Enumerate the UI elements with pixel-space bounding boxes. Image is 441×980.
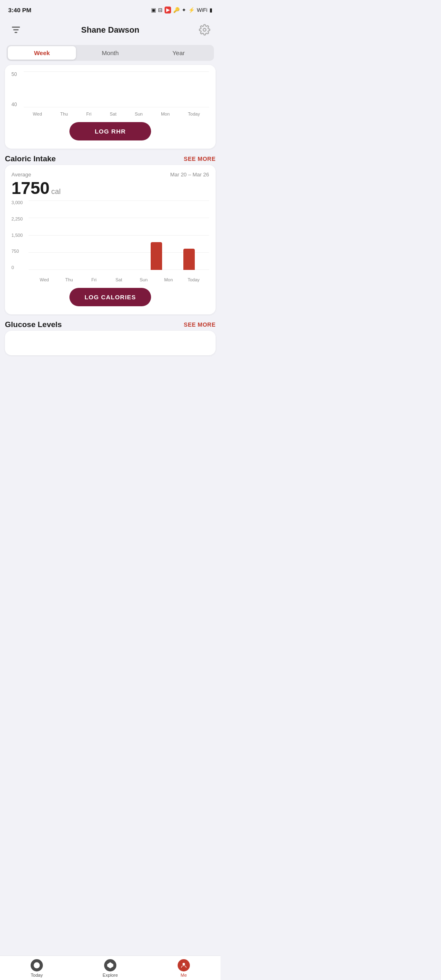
caloric-card: Average 1750 cal Mar 20 – Mar 26 3,000 2…: [5, 165, 216, 314]
battery-icon: ▮: [209, 7, 212, 13]
rhr-grid: [24, 71, 209, 107]
log-calories-button[interactable]: LOG CALORIES: [69, 288, 151, 306]
rhr-y-label-50: 50: [11, 71, 17, 77]
rhr-chart-inner: Wed Thu Fri Sat Sun Mon Today: [24, 71, 209, 116]
key-icon: 🔑: [173, 7, 180, 13]
segment-year[interactable]: Year: [145, 46, 213, 60]
rhr-y-label-40: 40: [11, 102, 17, 107]
caloric-chart-inner: Wed Thu Fri Sat Sun Mon Today: [29, 200, 209, 282]
caloric-section-title: Caloric Intake: [5, 154, 56, 163]
status-icons: ▣ ⊟ ▶ 🔑 ✦ ⚡ WiFi ▮: [151, 7, 212, 13]
rhr-x-today: Today: [188, 111, 200, 116]
rhr-chart: 50 40 Wed Thu Fri Sat Sun Mon Today: [11, 71, 209, 116]
bar-mon: [151, 242, 162, 270]
bar-x-mon: Mon: [163, 277, 174, 282]
glucose-card: [5, 331, 216, 355]
rhr-grid-line-2: [24, 107, 209, 107]
rhr-x-wed: Wed: [33, 111, 42, 116]
status-time: 3:40 PM: [8, 7, 31, 13]
caloric-avg-value: 1750: [11, 178, 49, 198]
caloric-date-range: Mar 20 – Mar 26: [170, 172, 209, 178]
rhr-grid-line-1: [24, 71, 209, 72]
caloric-avg-unit: cal: [51, 187, 60, 196]
caloric-avg-section: Average 1750 cal: [11, 172, 60, 199]
caloric-y-0: 0: [11, 265, 23, 270]
signal-icon: ⚡: [188, 7, 195, 13]
svg-point-3: [203, 29, 206, 31]
glucose-section: Glucose Levels SEE MORE: [0, 320, 220, 355]
bar-x-sat: Sat: [113, 277, 125, 282]
rhr-x-axis: Wed Thu Fri Sat Sun Mon Today: [24, 111, 209, 116]
caloric-y-2250: 2,250: [11, 217, 23, 221]
bars-area: [29, 200, 209, 270]
glucose-section-title: Glucose Levels: [5, 320, 62, 329]
bar-x-thu: Thu: [63, 277, 75, 282]
rhr-x-sun: Sun: [135, 111, 143, 116]
segment-month[interactable]: Month: [76, 46, 144, 60]
caloric-y-3000: 3,000: [11, 200, 23, 205]
period-segment-control: Week Month Year: [7, 45, 214, 61]
log-rhr-button[interactable]: LOG RHR: [69, 122, 151, 140]
bar-x-wed: Wed: [38, 277, 50, 282]
video-icon: ▣: [151, 7, 156, 13]
bar-x-sun: Sun: [138, 277, 149, 282]
bar-col-today: [183, 200, 195, 270]
header: Shane Dawson: [0, 18, 220, 43]
bar-col-mon: [151, 200, 162, 270]
caloric-y-1500: 1,500: [11, 233, 23, 238]
rhr-y-axis: 50 40: [11, 71, 17, 116]
rhr-x-mon: Mon: [161, 111, 169, 116]
rhr-x-sat: Sat: [110, 111, 117, 116]
bluetooth-icon: ✦: [182, 7, 186, 13]
rhr-card: 50 40 Wed Thu Fri Sat Sun Mon Today LOG …: [5, 65, 216, 149]
status-bar: 3:40 PM ▣ ⊟ ▶ 🔑 ✦ ⚡ WiFi ▮: [0, 0, 220, 18]
bar-today: [183, 249, 195, 270]
caloric-y-axis: 3,000 2,250 1,500 750 0: [11, 200, 23, 270]
wifi-icon: WiFi: [197, 7, 207, 13]
bar-x-fri: Fri: [88, 277, 100, 282]
rhr-x-thu: Thu: [60, 111, 68, 116]
rec-icon: ▶: [165, 7, 171, 13]
caloric-avg-label: Average: [11, 172, 60, 178]
caloric-bar-chart: 3,000 2,250 1,500 750 0 Wed Thu Fri Sat: [11, 200, 209, 282]
bar-x-today: Today: [187, 277, 199, 282]
sim-icon: ⊟: [158, 7, 163, 13]
page-title: Shane Dawson: [81, 25, 139, 35]
rhr-x-fri: Fri: [86, 111, 91, 116]
segment-week[interactable]: Week: [8, 46, 76, 60]
filter-button[interactable]: [8, 22, 24, 38]
caloric-x-axis: Wed Thu Fri Sat Sun Mon Today: [29, 277, 209, 282]
caloric-avg-row: 1750 cal: [11, 178, 60, 198]
caloric-see-more[interactable]: SEE MORE: [184, 156, 216, 162]
caloric-y-750: 750: [11, 249, 23, 254]
settings-button[interactable]: [197, 22, 212, 38]
glucose-section-header: Glucose Levels SEE MORE: [5, 320, 216, 329]
glucose-see-more[interactable]: SEE MORE: [184, 321, 216, 328]
caloric-section-header: Caloric Intake SEE MORE: [5, 154, 216, 163]
